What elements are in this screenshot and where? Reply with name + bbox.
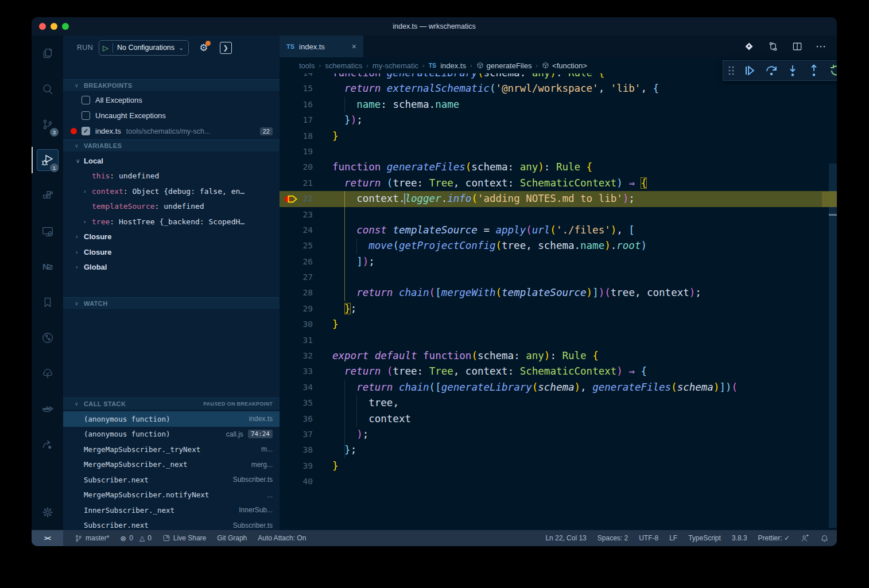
code-line-20[interactable]: 20function generateFiles(schema: any): R… [280,159,837,175]
status-notifications[interactable] [820,534,829,543]
activity-nx-console[interactable]: N≥ [32,249,63,285]
breakpoint-row[interactable]: ✓index.tstools/schematics/my-sch...22 [63,123,280,139]
close-tab-icon[interactable]: × [352,42,356,51]
call-stack-frame[interactable]: (anonymous function)index.ts [63,411,280,427]
code-line-37[interactable]: 37 ); [280,427,837,442]
activity-test-explorer[interactable] [32,356,63,391]
code-line-28[interactable]: 28 return chain([mergeWith(templateSourc… [280,285,837,301]
variable-scope-row[interactable]: ›Closure [63,244,280,260]
code-line-16[interactable]: 16 name: schema.name [280,97,837,112]
code-line-30[interactable]: 30} [280,317,837,332]
configure-gear-button[interactable]: ⚙ [199,42,208,54]
section-header-variables[interactable]: ∨VARIABLES [63,139,280,151]
activity-git-graph[interactable] [32,320,63,356]
code-line-34[interactable]: 34 return chain([generateLibrary(schema)… [280,380,837,395]
section-header-breakpoints[interactable]: ∨BREAKPOINTS [63,79,280,91]
breakpoint-row[interactable]: Uncaught Exceptions [63,108,280,123]
code-line-26[interactable]: 26 ]); [280,254,837,270]
status-problems[interactable]: ⊗0△0 [120,534,152,543]
traffic-lights[interactable] [39,23,69,30]
breakpoint-row[interactable]: All Exceptions [63,92,280,108]
status-indentation[interactable]: Spaces: 2 [598,534,628,542]
minimize-window-icon[interactable] [51,23,57,30]
call-stack-frame[interactable]: MergeMapSubscriber.notifyNext... [63,488,280,503]
call-stack-frame[interactable]: MergeMapSubscriber._nextmerg... [63,457,280,473]
status-git-branch[interactable]: master* [74,534,109,543]
variable-row[interactable]: ›context: Object {debug: false, en… [63,184,280,199]
activity-remote-explorer[interactable] [32,213,63,249]
code-line-17[interactable]: 17 }); [280,112,837,128]
step-out-button[interactable] [807,64,821,77]
call-stack-frame[interactable]: (anonymous function)call.js74:24 [63,427,280,442]
code-line-19[interactable]: 19 [280,144,837,159]
zoom-window-icon[interactable] [62,23,69,30]
drag-handle-button[interactable] [727,65,735,76]
status-feedback[interactable] [801,534,809,543]
breadcrumb-item[interactable]: schematics [325,61,362,70]
status-live-share[interactable]: Live Share [162,534,206,542]
activity-explorer[interactable] [32,36,63,71]
variable-row[interactable]: templateSource: undefined [63,199,280,215]
step-over-button[interactable] [765,64,778,77]
activity-manage[interactable] [32,494,63,530]
status-cursor-position[interactable]: Ln 22, Col 13 [545,534,586,542]
activity-project-share[interactable] [32,427,63,462]
call-stack-frame[interactable]: InnerSubscriber._nextInnerSub... [63,503,280,518]
activity-docker[interactable] [32,391,63,427]
editor-scrollbar[interactable] [829,36,837,530]
status-git-graph[interactable]: Git Graph [217,534,247,542]
code-line-29[interactable]: 29 }; [280,301,837,317]
variable-scope-row[interactable]: ›Global [63,260,280,275]
variable-row[interactable]: ›tree: HostTree {_backend: ScopedH… [63,214,280,229]
breadcrumb-item[interactable]: tools [299,61,315,70]
restart-button[interactable] [829,64,837,77]
code-line-35[interactable]: 35 tree, [280,395,837,411]
more-actions-button[interactable]: ⋯ [816,40,827,53]
variable-row[interactable]: this: undefined [63,169,280,184]
checkbox[interactable] [82,96,90,104]
breadcrumb-symbol[interactable]: <function> [542,61,587,70]
code-line-25[interactable]: 25 move(getProjectConfig(tree, schema.na… [280,238,837,254]
step-into-button[interactable] [786,64,800,77]
open-changes-button[interactable] [767,41,779,52]
status-language-mode[interactable]: TypeScript [688,534,721,542]
start-debug-icon[interactable]: ▷ [103,44,108,52]
code-line-18[interactable]: 18} [280,128,837,144]
breadcrumb-item[interactable]: my-schematic [373,61,418,70]
code-line-39[interactable]: 39} [280,458,837,474]
code-line-38[interactable]: 38 }; [280,442,837,458]
call-stack-frame[interactable]: Subscriber.nextSubscriber.ts [63,518,280,531]
scrollbar-slider[interactable] [829,163,837,528]
breadcrumb-file[interactable]: index.ts [440,61,466,70]
launch-config-dropdown[interactable]: ▷ No Configurations ⌄ [99,40,189,56]
extension-action-button[interactable] [743,41,755,52]
code-line-40[interactable]: 40 [280,474,837,489]
tab-index-ts[interactable]: TS index.ts × [280,36,363,57]
section-header-call-stack[interactable]: ∨CALL STACKPAUSED ON BREAKPOINT [63,398,280,410]
code-line-24[interactable]: 24 const templateSource = apply(url('./f… [280,223,837,238]
code-line-36[interactable]: 36 context [280,411,837,427]
code-line-15[interactable]: 15 return externalSchematic('@nrwl/works… [280,81,837,96]
activity-bookmarks[interactable] [32,285,63,320]
checkbox[interactable] [82,111,90,120]
activity-search[interactable] [32,71,63,107]
status-eol[interactable]: LF [669,534,677,542]
variable-scope-row[interactable]: ∨Local [63,153,280,169]
status-prettier[interactable]: Prettier: ✓ [758,534,790,542]
status-auto-attach[interactable]: Auto Attach: On [258,534,306,542]
code-line-22[interactable]: 22 context.logger.info('adding NOTES.md … [280,191,837,207]
status-ts-version[interactable]: 3.8.3 [732,534,747,542]
code-line-32[interactable]: 32export default function(schema: any): … [280,348,837,364]
variable-scope-row[interactable]: ›Closure [63,229,280,245]
close-window-icon[interactable] [39,23,46,30]
call-stack-frame[interactable]: Subscriber.nextSubscriber.ts [63,472,280,488]
code-area[interactable]: 14function generateLibrary(schema: any):… [280,65,837,530]
activity-source-control[interactable]: 3 [32,107,63,142]
code-line-23[interactable]: 23 [280,207,837,223]
activity-extensions[interactable] [32,178,63,213]
code-line-31[interactable]: 31 [280,333,837,348]
code-line-33[interactable]: 33 return (tree: Tree, context: Schemati… [280,364,837,379]
code-line-21[interactable]: 21 return (tree: Tree, context: Schemati… [280,176,837,191]
code-line-27[interactable]: 27 [280,270,837,285]
status-remote-indicator[interactable]: >< [32,530,63,546]
